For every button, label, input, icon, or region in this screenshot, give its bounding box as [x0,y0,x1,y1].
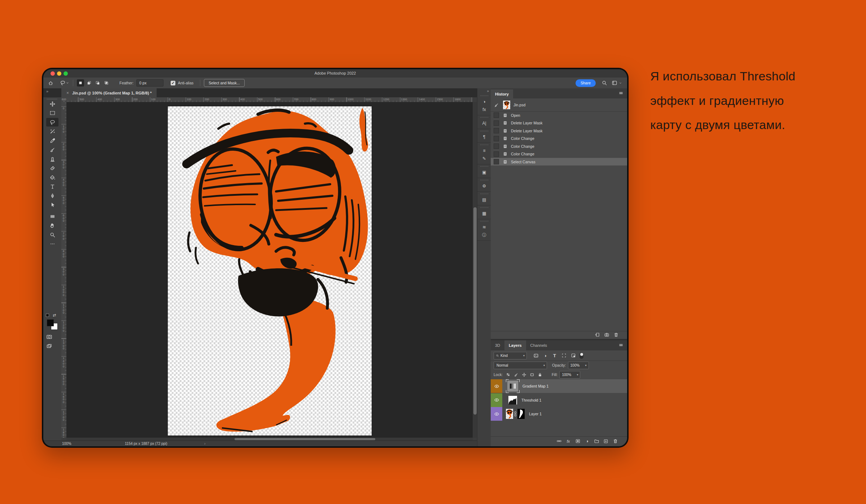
lock-artboard-icon[interactable] [528,372,536,377]
history-state[interactable]: Open [491,111,627,119]
dock-collapse-chevrons[interactable]: » [477,88,491,94]
canvas[interactable] [168,106,372,436]
layer-row[interactable]: Layer 1 [491,407,627,421]
chevron-down-icon[interactable] [619,81,622,85]
vertical-scrollbar[interactable] [473,102,477,438]
gradients-icon[interactable]: ≋ [477,223,491,231]
history-state[interactable]: Delete Layer Mask [491,127,627,134]
filter-shape-layers-icon[interactable] [559,353,569,358]
delete-state-trash-icon[interactable] [611,332,621,337]
history-state[interactable]: Delete Layer Mask [491,119,627,127]
link-layers-icon[interactable] [554,438,564,444]
selection-mode-intersect-button[interactable] [103,79,110,87]
panel-drag-handle[interactable] [480,144,488,145]
filter-pixel-layers-icon[interactable] [531,353,541,358]
workspace-switcher-icon[interactable] [612,80,617,86]
lock-all-icon[interactable] [536,372,544,377]
tool-eraser[interactable] [46,164,58,173]
document-tab[interactable]: × Jin.psd @ 100% (Gradient Map 1, RGB/8)… [61,88,157,97]
tool-eyedropper[interactable] [46,136,58,145]
tool-brush[interactable] [46,146,58,154]
adjustments-icon[interactable]: ◑ [477,98,491,106]
tab-layers[interactable]: Layers [504,340,526,350]
paragraph-icon[interactable]: ¶ [477,133,491,141]
tool-zoom[interactable] [46,230,58,239]
tool-pen[interactable] [46,191,58,200]
brush-settings-icon[interactable]: ≡ [477,147,491,155]
history-state[interactable]: Select Canvas [491,158,627,165]
horizontal-ruler[interactable]: 6005004003002001000100200300400500600700… [61,97,473,102]
new-snapshot-camera-icon[interactable] [602,332,611,337]
character-icon[interactable]: A| [477,119,491,127]
toolbar-collapse-chevrons[interactable]: » [46,89,48,93]
history-state[interactable]: Color Change [491,150,627,158]
foreground-color-swatch[interactable] [47,319,54,326]
document-info[interactable]: 1154 px x 1887 px (72 ppi) [125,442,167,446]
selection-mode-subtract-button[interactable] [94,79,101,87]
history-source-checkbox[interactable] [494,151,499,157]
history-snapshot-row[interactable]: Jin.psd [491,98,627,112]
pasteboard[interactable] [66,102,473,438]
history-source-checkbox[interactable] [494,143,499,149]
title-bar[interactable]: Adobe Photoshop 2022 [43,69,627,78]
new-adjustment-layer-icon[interactable]: ◑ [582,438,592,444]
swap-colors-icon[interactable]: ⇄ [53,313,56,318]
patterns-icon[interactable]: ▦ [477,209,491,217]
tool-hand[interactable] [46,221,58,230]
anti-alias-checkbox[interactable]: ✓ [171,81,175,85]
tool-clone-stamp[interactable] [46,155,58,163]
filter-kind-dropdown[interactable]: Kind▾ [494,352,527,359]
close-tab-icon[interactable]: × [66,90,69,96]
selection-mode-add-button[interactable] [86,79,93,87]
filter-type-layers-icon[interactable]: T [550,353,559,358]
panel-drag-handle[interactable] [480,95,488,96]
libraries-icon[interactable]: ▤ [477,196,491,204]
opacity-input[interactable]: 100%▾ [568,362,589,369]
home-icon[interactable] [48,80,53,86]
panel-drag-handle[interactable] [480,117,488,118]
zoom-level[interactable]: 100% [62,442,71,446]
filter-adjustment-layers-icon[interactable]: ◑ [541,353,550,358]
layer-row[interactable]: Gradient Map 1 [491,379,627,393]
new-group-folder-icon[interactable] [592,438,601,444]
default-colors-icon[interactable] [46,314,49,317]
lock-pixels-brush-icon[interactable] [512,372,520,377]
search-icon[interactable] [602,80,607,86]
layer-row[interactable]: Threshold 1 [491,393,627,407]
tool-path-select[interactable] [46,201,58,209]
clone-source-icon[interactable]: ▣ [477,168,491,176]
lock-position-icon[interactable] [520,372,528,377]
panel-drag-handle[interactable] [480,207,488,208]
chevron-down-icon[interactable] [66,81,69,85]
tool-type[interactable] [46,182,58,191]
threshold-thumbnail[interactable] [508,396,517,404]
share-button[interactable]: Share [576,79,596,87]
visibility-eye-icon[interactable] [494,384,499,389]
filtering-toggle[interactable] [579,353,583,359]
brushes-icon[interactable]: ✎ [477,155,491,163]
history-state[interactable]: Color Change [491,135,627,142]
delete-layer-trash-icon[interactable] [611,438,620,444]
history-source-checkbox[interactable] [494,159,499,164]
status-chevron-icon[interactable]: › [204,442,205,446]
select-and-mask-button[interactable]: Select and Mask... [204,79,244,87]
tool-move[interactable] [46,100,58,108]
history-panel-menu-icon[interactable] [618,90,624,97]
vertical-ruler[interactable]: 0100200300400500600700800900100011001200… [61,102,67,438]
lasso-tool-icon[interactable] [60,80,66,86]
panel-drag-handle[interactable] [480,166,488,167]
tab-channels[interactable]: Channels [526,340,551,350]
lock-transparency-icon[interactable] [504,372,512,377]
horizontal-scrollbar-thumb[interactable] [235,438,375,440]
layers-panel-menu-icon[interactable] [618,342,624,349]
screen-mode-icon[interactable] [46,343,52,351]
horizontal-scrollbar[interactable] [66,438,473,441]
blend-mode-dropdown[interactable]: Normal▾ [494,362,547,369]
history-source-checkbox[interactable] [494,112,499,118]
info-icon[interactable]: ⓘ [477,231,491,239]
layer-mask-thumbnail[interactable] [517,409,525,419]
vertical-scrollbar-thumb[interactable] [473,207,477,415]
tool-paint-bucket[interactable] [46,173,58,182]
tab-3d[interactable]: 3D [491,340,504,350]
tool-edit-toolbar[interactable] [46,240,58,248]
